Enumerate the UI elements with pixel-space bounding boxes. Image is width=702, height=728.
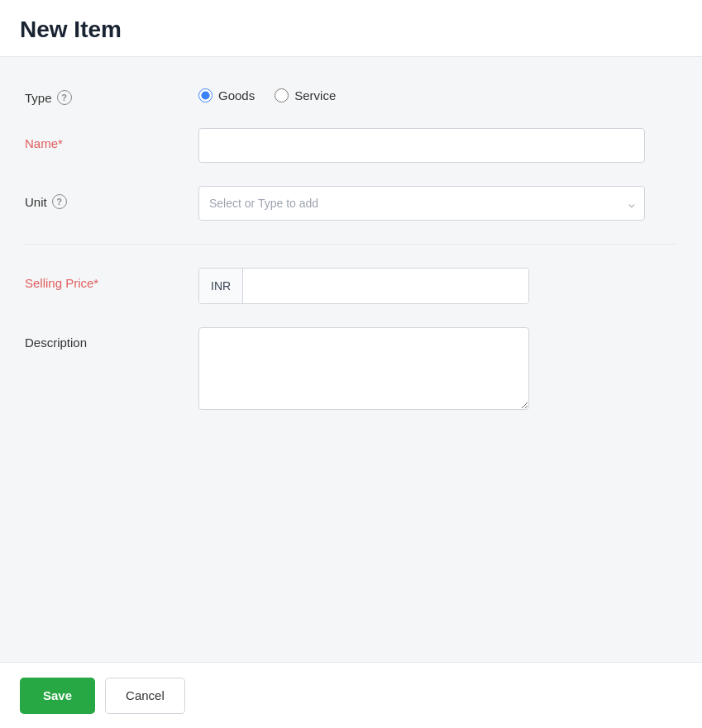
form-divider <box>25 244 677 245</box>
type-help-icon[interactable]: ? <box>57 90 72 105</box>
type-radio-group: Goods Service <box>198 82 677 102</box>
description-label: Description <box>25 327 198 350</box>
description-control <box>198 327 677 413</box>
unit-help-icon[interactable]: ? <box>52 194 67 209</box>
selling-price-row: Selling Price* INR <box>25 268 677 304</box>
unit-label: Unit ? <box>25 186 198 209</box>
page-title: New Item <box>20 17 682 43</box>
unit-row: Unit ? Select or Type to add ⌵ <box>25 186 677 221</box>
name-row: Name* <box>25 128 677 163</box>
type-row: Type ? Goods Service <box>25 82 677 105</box>
unit-select[interactable]: Select or Type to add <box>198 186 645 221</box>
name-input[interactable] <box>198 128 645 163</box>
selling-price-label: Selling Price* <box>25 268 198 290</box>
radio-goods-input[interactable] <box>198 88 213 102</box>
radio-goods-label: Goods <box>218 88 255 102</box>
currency-badge: INR <box>199 269 243 303</box>
page-header: New Item <box>0 0 702 57</box>
name-label: Name* <box>25 128 198 150</box>
radio-service[interactable]: Service <box>275 88 336 102</box>
price-input[interactable] <box>243 269 528 303</box>
radio-goods[interactable]: Goods <box>198 88 255 102</box>
description-row: Description <box>25 327 677 413</box>
selling-price-group: INR <box>198 268 529 304</box>
form-area: Type ? Goods Service Name* <box>0 57 702 662</box>
type-label: Type ? <box>25 82 198 105</box>
name-control <box>198 128 677 163</box>
radio-service-input[interactable] <box>275 88 289 102</box>
cancel-button[interactable]: Cancel <box>105 678 185 714</box>
unit-select-wrapper: Select or Type to add ⌵ <box>198 186 645 221</box>
selling-price-control: INR <box>198 268 677 304</box>
footer: Save Cancel <box>0 662 702 728</box>
description-textarea[interactable] <box>198 327 529 410</box>
radio-service-label: Service <box>294 88 336 102</box>
type-control: Goods Service <box>198 82 677 102</box>
unit-control: Select or Type to add ⌵ <box>198 186 677 221</box>
save-button[interactable]: Save <box>20 678 95 714</box>
